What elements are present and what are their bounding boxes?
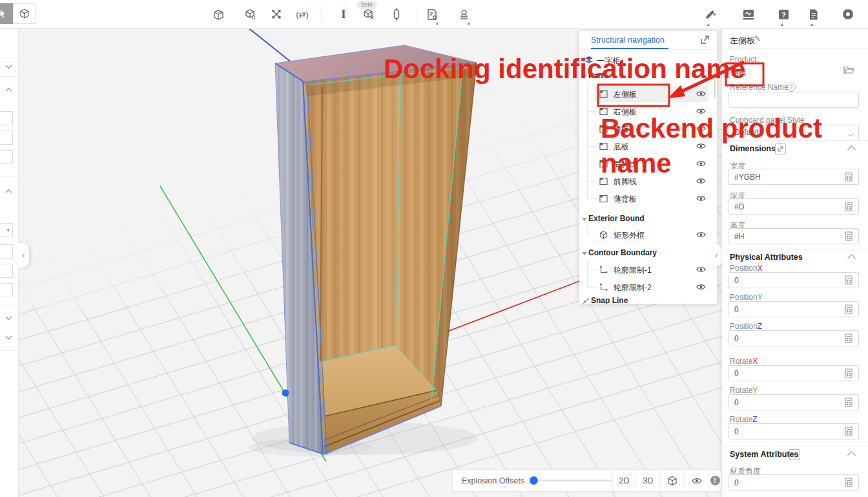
width-input[interactable]	[728, 169, 859, 185]
visibility-eye-icon[interactable]	[696, 90, 706, 100]
slider-knob[interactable]	[530, 476, 538, 485]
calculator-icon[interactable]	[845, 478, 852, 489]
tree-item-left-panel[interactable]: 左侧板	[579, 85, 717, 103]
swap-button[interactable]: (⇄)	[294, 6, 311, 23]
collapse-section-chevron[interactable]	[847, 145, 856, 154]
tree-item-bottom-panel[interactable]: 底板	[579, 138, 717, 155]
explode-button[interactable]	[268, 6, 285, 23]
reference-name-input[interactable]	[728, 92, 859, 108]
tab-structural-navigation[interactable]: Structural navigation	[591, 36, 665, 45]
component-library-button[interactable]	[242, 6, 259, 23]
folder-icon[interactable]	[843, 65, 854, 76]
chevron-down-icon[interactable]	[5, 331, 12, 343]
chevron-down-icon[interactable]	[5, 312, 12, 323]
contour-icon	[599, 283, 608, 293]
visibility-eye-icon[interactable]	[696, 195, 706, 204]
cube-edit-icon	[362, 8, 375, 21]
tree-item-rect-outer-frame[interactable]: 矩形外框	[579, 226, 717, 244]
tree-item-contour-limit-2[interactable]: 轮廓限制-2	[579, 279, 717, 296]
document-settings-button[interactable]	[424, 6, 440, 23]
settings-button[interactable]	[840, 6, 856, 23]
tree-item-thin-back-panel[interactable]: 薄背板	[579, 190, 717, 207]
calculator-icon[interactable]	[845, 275, 852, 287]
cupboard-style-select[interactable]: Default	[728, 125, 859, 141]
tree-item-back-kick[interactable]: 后脚线	[579, 155, 717, 173]
link-button[interactable]	[388, 6, 405, 23]
tree-item-right-panel[interactable]: 右侧板	[579, 103, 717, 120]
calculator-icon[interactable]	[845, 427, 852, 438]
visibility-eye-icon[interactable]	[696, 125, 706, 134]
select-tool-button[interactable]	[0, 3, 14, 24]
tree-group-snap-line[interactable]: Snap Line	[591, 296, 628, 304]
tree-group-part[interactable]: Part	[588, 71, 603, 80]
cube-view-button[interactable]	[13, 3, 36, 24]
position-y-input[interactable]	[728, 301, 859, 317]
tree-item-front-kick[interactable]: 前脚线	[579, 173, 717, 190]
view-3d-button[interactable]: 3D	[636, 470, 659, 491]
origin-point[interactable]	[282, 390, 289, 397]
rotate-z-input[interactable]	[728, 423, 859, 439]
group-caret-icon[interactable]	[582, 75, 587, 78]
visibility-eye-icon[interactable]	[696, 160, 706, 169]
select-fragment: ▾	[0, 223, 13, 237]
dimensions-transfer-icon[interactable]	[775, 143, 786, 154]
group-caret-icon[interactable]	[582, 218, 587, 221]
left-panel-collapse-handle[interactable]: ‹	[18, 243, 29, 268]
system-transfer-icon[interactable]	[789, 449, 800, 460]
view-2d-button[interactable]: 2D	[612, 470, 636, 491]
help-circle-icon[interactable]: ?	[787, 83, 796, 92]
depth-input[interactable]	[728, 198, 859, 215]
tree-root-node[interactable]: 一字柜	[579, 52, 717, 69]
isometric-view-button[interactable]	[659, 470, 684, 491]
explode-arrows-icon	[271, 8, 282, 20]
document-button[interactable]	[805, 6, 822, 23]
material-angle-input[interactable]	[728, 474, 859, 491]
group-caret-icon[interactable]	[582, 252, 587, 255]
collapse-section-chevron[interactable]	[847, 451, 856, 460]
pencil-icon	[704, 8, 716, 21]
calculator-icon[interactable]	[845, 397, 852, 409]
tree-group-contour-boundary[interactable]: Contour Boundary	[588, 248, 657, 257]
expand-panel-icon[interactable]	[701, 36, 709, 46]
visibility-button[interactable]	[684, 470, 708, 491]
info-button[interactable]: !	[708, 470, 721, 491]
left-panel-collapsed: ▾	[0, 29, 19, 497]
visibility-eye-icon[interactable]	[696, 177, 706, 187]
edit-button[interactable]	[701, 6, 718, 23]
tree-item-top-panel[interactable]: 顶板	[579, 120, 717, 138]
edit-title-pencil-icon[interactable]: ✎	[754, 34, 761, 43]
visibility-eye-icon[interactable]	[696, 283, 706, 293]
rotate-z-label: RotateZ	[730, 415, 758, 424]
calculator-icon[interactable]	[845, 231, 852, 243]
height-input[interactable]	[728, 228, 859, 244]
chevron-down-icon[interactable]	[5, 60, 12, 72]
chevron-up-icon[interactable]	[5, 184, 12, 196]
rotate-y-input[interactable]	[728, 394, 859, 410]
info-icon: !	[710, 476, 720, 485]
tree-item-contour-limit-1[interactable]: 轮廓限制-1	[579, 261, 717, 279]
column-button[interactable]: I	[335, 6, 352, 23]
calculator-icon[interactable]	[845, 202, 852, 213]
calculator-icon[interactable]	[845, 333, 852, 345]
visibility-eye-icon[interactable]	[696, 107, 706, 117]
visibility-eye-icon[interactable]	[696, 142, 706, 152]
tree-group-exterior-bound[interactable]: Exterior Bound	[588, 214, 645, 223]
calculator-icon[interactable]	[845, 368, 852, 380]
rotate-x-input[interactable]	[728, 365, 859, 381]
divider	[722, 446, 868, 447]
stamp-button[interactable]	[455, 6, 472, 23]
visibility-eye-icon[interactable]	[696, 231, 706, 240]
calculator-icon[interactable]	[845, 172, 852, 184]
box-3d-button[interactable]	[210, 6, 227, 23]
chevron-up-icon[interactable]	[5, 83, 12, 94]
calculator-icon[interactable]	[845, 304, 852, 316]
visibility-eye-icon[interactable]	[696, 266, 706, 275]
nav-panel-collapse-handle[interactable]: ›	[710, 244, 722, 267]
position-x-input[interactable]	[728, 272, 859, 288]
nav-scrollbar[interactable]	[714, 69, 716, 98]
help-button[interactable]: ?	[775, 6, 792, 23]
collapse-section-chevron[interactable]	[847, 254, 856, 262]
position-z-input[interactable]	[728, 330, 859, 346]
explosion-offsets-slider[interactable]	[531, 480, 612, 481]
monitor-button[interactable]	[740, 6, 757, 23]
